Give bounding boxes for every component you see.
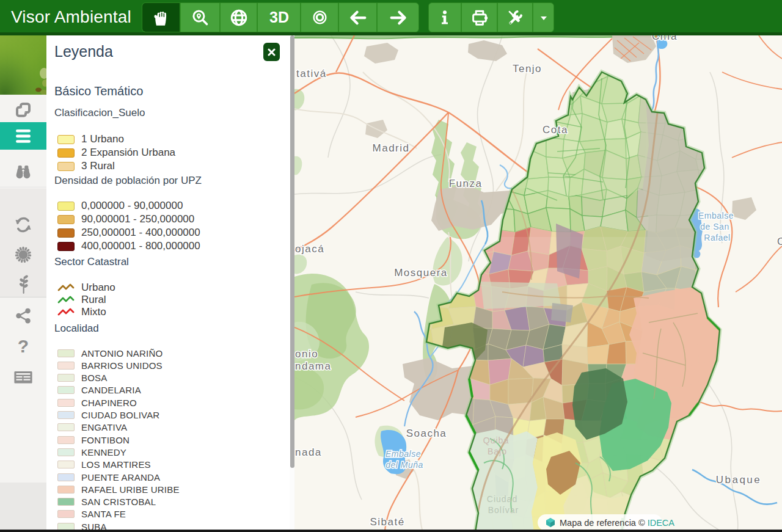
svg-text:Sibaté: Sibaté xyxy=(370,516,404,528)
svg-text:Chía: Chía xyxy=(652,35,678,42)
svg-text:Madrid: Madrid xyxy=(373,142,410,154)
svg-text:C: C xyxy=(777,236,782,247)
svg-text:Ubaque: Ubaque xyxy=(716,474,762,486)
svg-text:nada: nada xyxy=(295,446,322,458)
svg-text:Tenjo: Tenjo xyxy=(513,63,542,75)
svg-text:Soacha: Soacha xyxy=(406,428,447,439)
svg-text:Rafael: Rafael xyxy=(704,233,730,242)
svg-text:Cota: Cota xyxy=(543,124,568,136)
svg-text:tativá: tativá xyxy=(296,68,327,79)
svg-text:ndama: ndama xyxy=(295,360,331,372)
svg-text:del Muña: del Muña xyxy=(386,460,423,470)
svg-text:de San: de San xyxy=(700,222,729,231)
svg-text:?: ? xyxy=(18,337,29,356)
svg-text:3D: 3D xyxy=(269,9,289,26)
svg-text:ojacá: ojacá xyxy=(295,243,324,255)
svg-text:Funza: Funza xyxy=(449,178,483,189)
svg-text:onio: onio xyxy=(295,348,318,360)
svg-text:Mosquera: Mosquera xyxy=(394,267,448,279)
svg-text:Bolívar: Bolívar xyxy=(488,505,519,515)
svg-text:Bajo: Bajo xyxy=(488,446,507,456)
svg-text:Quiba: Quiba xyxy=(483,435,509,445)
svg-text:Ciudad: Ciudad xyxy=(487,494,517,504)
svg-text:Embalse: Embalse xyxy=(386,449,421,459)
svg-text:Embalse: Embalse xyxy=(698,211,734,220)
svg-text:Mapa de referencia © IDECA: Mapa de referencia © IDECA xyxy=(560,518,674,528)
